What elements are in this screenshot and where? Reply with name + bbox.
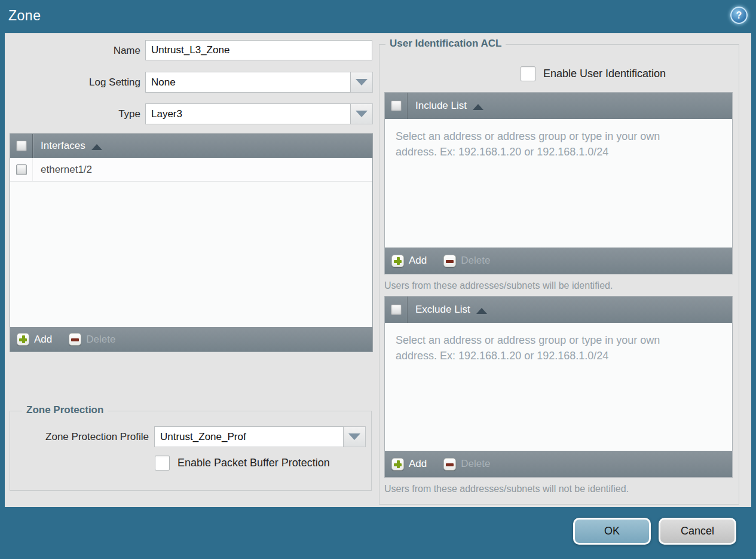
- include-delete-button[interactable]: Delete: [443, 255, 490, 267]
- add-label: Add: [34, 334, 52, 346]
- interfaces-table-footer: Add Delete: [10, 327, 372, 352]
- log-setting-value[interactable]: [145, 72, 351, 93]
- type-dropdown-button[interactable]: [351, 103, 373, 124]
- include-add-button[interactable]: Add: [391, 255, 427, 267]
- exclude-add-button[interactable]: Add: [391, 458, 427, 471]
- interfaces-table-body: ethernet1/2: [10, 158, 372, 327]
- add-label: Add: [409, 255, 427, 267]
- interfaces-column-header[interactable]: Interfaces: [41, 140, 85, 152]
- interfaces-table: Interfaces ethernet1/2 Add Delete: [10, 133, 373, 352]
- include-list-table: Include List Select an address or addres…: [384, 92, 733, 274]
- include-list-placeholder: Select an address or address group or ty…: [385, 119, 711, 170]
- delete-interface-button[interactable]: Delete: [69, 333, 115, 346]
- zone-protection-section: Zone Protection Zone Protection Profile …: [10, 411, 372, 491]
- exclude-select-all-checkbox[interactable]: [391, 304, 402, 315]
- add-icon: [391, 255, 404, 267]
- exclude-list-column-header[interactable]: Exclude List: [415, 304, 470, 316]
- add-icon: [17, 333, 29, 346]
- row-checkbox-cell: [10, 158, 33, 181]
- log-setting-label: Log Setting: [5, 72, 140, 93]
- type-label: Type: [5, 103, 140, 124]
- exclude-list-placeholder: Select an address or address group or ty…: [385, 323, 711, 374]
- exclude-list-body[interactable]: Select an address or address group or ty…: [385, 323, 732, 451]
- include-list-body[interactable]: Select an address or address group or ty…: [385, 119, 732, 248]
- zone-dialog-body: Name Log Setting Type Interfaces: [5, 33, 751, 507]
- interfaces-table-header: Interfaces: [10, 134, 372, 158]
- exclude-list-table: Exclude List Select an address or addres…: [384, 296, 733, 478]
- exclude-list-footer: Add Delete: [385, 451, 732, 477]
- cancel-button[interactable]: Cancel: [659, 518, 736, 545]
- sort-asc-icon: [473, 104, 483, 110]
- delete-icon: [443, 458, 456, 471]
- dialog-title: Zone: [8, 8, 41, 24]
- enable-user-identification-label: Enable User Identification: [543, 68, 666, 80]
- chevron-down-icon: [356, 79, 368, 85]
- delete-label: Delete: [461, 255, 490, 267]
- packet-buffer-protection-label: Enable Packet Buffer Protection: [177, 457, 330, 469]
- table-row[interactable]: ethernet1/2: [10, 158, 372, 182]
- include-list-footer: Add Delete: [385, 248, 732, 274]
- packet-buffer-protection-checkbox[interactable]: [155, 456, 170, 471]
- interfaces-select-all-cell: [10, 134, 33, 158]
- delete-label: Delete: [461, 458, 490, 470]
- row-checkbox[interactable]: [16, 164, 27, 175]
- zone-protection-profile-label: Zone Protection Profile: [13, 426, 149, 447]
- zone-protection-legend: Zone Protection: [22, 404, 108, 416]
- name-input[interactable]: [145, 40, 372, 60]
- exclude-delete-button[interactable]: Delete: [443, 458, 490, 471]
- delete-label: Delete: [86, 334, 115, 346]
- zone-protection-profile-dropdown-button[interactable]: [344, 426, 366, 447]
- include-list-header: Include List: [385, 93, 732, 119]
- chevron-down-icon: [356, 111, 368, 117]
- interface-name: ethernet1/2: [41, 164, 92, 176]
- add-interface-button[interactable]: Add: [17, 333, 52, 346]
- interfaces-select-all-checkbox[interactable]: [16, 140, 27, 151]
- ok-button[interactable]: OK: [573, 518, 651, 545]
- exclude-list-header: Exclude List: [385, 297, 732, 323]
- name-label: Name: [5, 40, 140, 61]
- sort-asc-icon: [476, 308, 487, 314]
- log-setting-dropdown-button[interactable]: [351, 72, 373, 93]
- packet-buffer-protection-row: Enable Packet Buffer Protection: [155, 456, 330, 471]
- chevron-down-icon: [348, 433, 360, 440]
- type-dropdown[interactable]: [145, 103, 373, 124]
- add-label: Add: [409, 458, 427, 470]
- include-list-column-header[interactable]: Include List: [415, 100, 467, 112]
- user-identification-acl-legend: User Identification ACL: [385, 38, 506, 50]
- log-setting-dropdown[interactable]: [145, 72, 373, 93]
- exclude-select-all-cell: [385, 297, 408, 323]
- zone-protection-profile-dropdown[interactable]: [154, 426, 366, 447]
- delete-icon: [69, 333, 81, 346]
- help-icon[interactable]: ?: [730, 7, 748, 24]
- type-value[interactable]: [145, 103, 351, 124]
- zone-protection-profile-value[interactable]: [154, 426, 344, 447]
- user-identification-acl-section: User Identification ACL Enable User Iden…: [379, 44, 739, 505]
- add-icon: [391, 458, 404, 471]
- include-select-all-checkbox[interactable]: [391, 100, 402, 111]
- enable-user-identification-checkbox[interactable]: [521, 66, 535, 81]
- exclude-list-helper-text: Users from these addresses/subnets will …: [384, 484, 629, 494]
- include-list-helper-text: Users from these addresses/subnets will …: [384, 280, 613, 291]
- include-select-all-cell: [385, 93, 408, 119]
- sort-asc-icon: [91, 144, 102, 150]
- enable-user-identification-row: Enable User Identification: [521, 66, 666, 81]
- delete-icon: [443, 255, 456, 267]
